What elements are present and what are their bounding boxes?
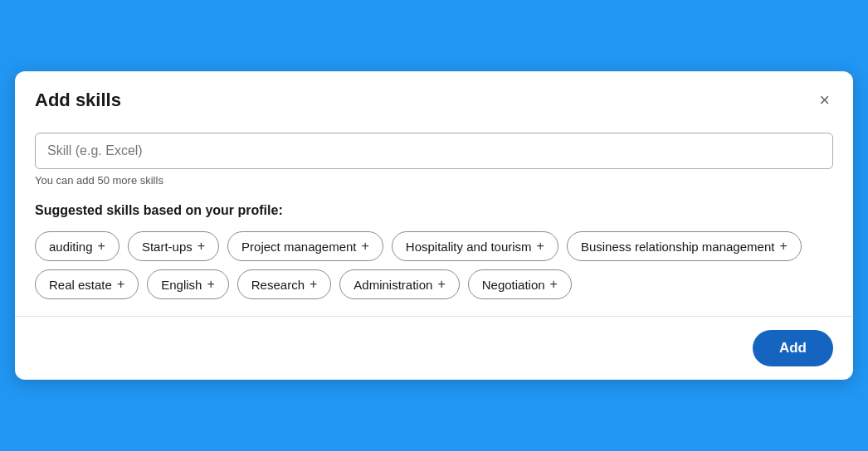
skill-chip-business-relationship[interactable]: Business relationship management+ xyxy=(567,231,802,261)
suggested-label: Suggested skills based on your profile: xyxy=(35,203,833,218)
skill-chip-research[interactable]: Research+ xyxy=(237,269,332,299)
skill-chip-auditing[interactable]: auditing+ xyxy=(35,231,119,261)
skill-chip-label: Project management xyxy=(241,240,356,254)
skill-chip-label: auditing xyxy=(49,240,93,254)
plus-icon: + xyxy=(779,239,787,254)
skill-chip-label: Research xyxy=(251,278,305,292)
skill-chip-label: English xyxy=(161,278,202,292)
add-button[interactable]: Add xyxy=(753,330,833,366)
plus-icon: + xyxy=(98,239,105,254)
plus-icon: + xyxy=(437,277,445,292)
plus-icon: + xyxy=(197,239,205,254)
skill-chip-label: Start-ups xyxy=(142,240,193,254)
skill-chip-administration[interactable]: Administration+ xyxy=(339,269,459,299)
close-button[interactable]: × xyxy=(816,88,833,113)
skill-chip-hospitality-tourism[interactable]: Hospitality and tourism+ xyxy=(392,231,558,261)
skill-chip-startups[interactable]: Start-ups+ xyxy=(128,231,219,261)
skill-chip-real-estate[interactable]: Real estate+ xyxy=(35,269,139,299)
modal-title: Add skills xyxy=(35,90,121,111)
skill-chip-label: Real estate xyxy=(49,278,112,292)
skill-chip-label: Hospitality and tourism xyxy=(406,240,532,254)
modal-header: Add skills × xyxy=(15,71,853,126)
skill-input[interactable] xyxy=(35,133,833,169)
plus-icon: + xyxy=(310,277,317,292)
skills-grid: auditing+Start-ups+Project management+Ho… xyxy=(35,231,833,299)
skill-chip-negotiation[interactable]: Negotiation+ xyxy=(468,269,572,299)
plus-icon: + xyxy=(537,239,544,254)
hint-text: You can add 50 more skills xyxy=(35,174,833,187)
plus-icon: + xyxy=(117,277,124,292)
skill-chip-label: Administration xyxy=(354,278,432,292)
add-skills-modal: Add skills × You can add 50 more skills … xyxy=(15,71,853,380)
skill-chip-project-management[interactable]: Project management+ xyxy=(227,231,383,261)
skill-chip-label: Business relationship management xyxy=(581,240,774,254)
modal-backdrop: Add skills × You can add 50 more skills … xyxy=(13,13,855,438)
plus-icon: + xyxy=(362,239,369,254)
modal-footer: Add xyxy=(15,316,853,380)
skill-chip-label: Negotiation xyxy=(482,278,545,292)
plus-icon: + xyxy=(207,277,214,292)
skill-chip-english[interactable]: English+ xyxy=(147,269,229,299)
plus-icon: + xyxy=(550,277,558,292)
modal-body: You can add 50 more skills Suggested ski… xyxy=(15,126,853,316)
